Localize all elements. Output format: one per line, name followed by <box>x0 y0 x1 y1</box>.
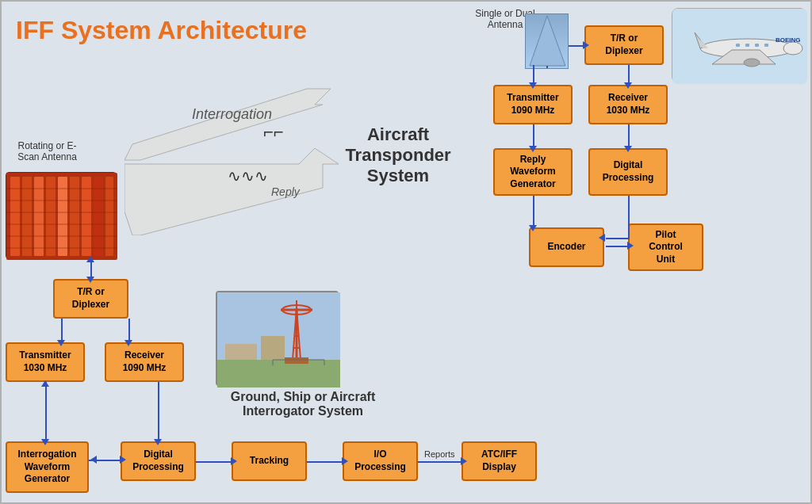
arrow-dp-enc <box>628 196 630 239</box>
svg-rect-10 <box>755 44 759 47</box>
arrowhead-tr-tx <box>529 82 537 89</box>
svg-text:Reply: Reply <box>271 185 301 198</box>
radar-tower-image <box>216 291 339 386</box>
arrowhead-rwg-enc <box>529 225 537 231</box>
reply-arrow-svg: ∿∿∿ Reply <box>124 148 347 235</box>
arrowhead-ant-tr-bot-down <box>86 277 94 283</box>
arrow-dp-enc2 <box>606 238 630 239</box>
phased-array-image <box>6 172 117 259</box>
atc-iff-display: ATC/IFFDisplay <box>462 441 537 481</box>
arrow-rwg-enc <box>533 196 534 227</box>
arrow-rx-dp <box>628 124 630 148</box>
svg-rect-33 <box>261 336 285 360</box>
main-container: IFF System Architecture Single or Dual A… <box>0 0 812 504</box>
arrowhead-rx-dp <box>624 146 632 152</box>
antenna-image <box>525 13 569 69</box>
svg-rect-43 <box>285 357 308 364</box>
arrow-tx-rwg <box>533 124 534 148</box>
digital-processing-top: DigitalProcessing <box>588 148 668 196</box>
arrowhead-ant-tr <box>583 41 589 49</box>
aircraft-image: BOEING <box>672 8 806 83</box>
svg-text:Interrogation: Interrogation <box>192 106 272 122</box>
arrowhead-io-atc <box>461 457 467 465</box>
digital-processing-bottom: DigitalProcessing <box>121 441 196 481</box>
arrowhead-ant-tr-bot-up <box>86 256 94 262</box>
svg-rect-9 <box>745 44 749 47</box>
arrowhead-tr-tx-bot <box>57 340 65 346</box>
arrow-io-atc <box>418 461 463 463</box>
aircraft-transponder-label: AircraftTransponderSystem <box>335 124 462 186</box>
interrogation-waveform-generator: InterrogationWaveformGenerator <box>6 441 89 493</box>
reports-label: Reports <box>424 449 455 459</box>
ground-ship-label: Ground, Ship or Aircraft Interrogator Sy… <box>224 390 382 418</box>
arrowhead-tr-rx <box>624 82 632 89</box>
arrowhead-enc-pcu <box>627 242 634 250</box>
svg-text:BOEING: BOEING <box>776 36 801 44</box>
arrow-ant-tr <box>569 45 584 47</box>
page-title: IFF System Architecture <box>16 16 307 45</box>
svg-rect-32 <box>225 344 257 360</box>
svg-rect-11 <box>764 44 768 47</box>
transmitter-top: Transmitter1090 MHz <box>493 85 573 124</box>
arrow-dp-tracking <box>196 461 233 463</box>
svg-rect-31 <box>217 360 340 388</box>
svg-point-7 <box>783 42 802 55</box>
arrowhead-tx-iwg-up <box>41 380 49 387</box>
rotating-antenna-label: Rotating or E-Scan Antenna <box>13 140 81 162</box>
arrowhead-iwg-dp-r <box>120 456 126 464</box>
arrowhead-rx-dp-bot <box>154 439 162 445</box>
svg-marker-0 <box>530 16 565 66</box>
svg-marker-51 <box>124 148 339 235</box>
receiver-top: Receiver1030 MHz <box>588 85 668 124</box>
pilot-control-unit: PilotControlUnit <box>628 223 703 271</box>
receiver-bottom: Receiver1090 MHz <box>105 342 184 382</box>
svg-text:⌐⌐: ⌐⌐ <box>263 122 284 142</box>
encoder: Encoder <box>529 227 604 267</box>
arrow-tr-tx-bot <box>61 319 63 342</box>
io-processing: I/OProcessing <box>343 441 418 481</box>
tr-diplexer-bottom: T/R orDiplexer <box>53 279 128 319</box>
arrow-tr-rx-bot <box>128 319 130 342</box>
arrowhead-tx-iwg <box>41 439 49 445</box>
arrowhead-tr-rx-bot <box>124 340 132 346</box>
arrow-tracking-io <box>307 461 344 463</box>
arrowhead-tracking-io <box>342 457 348 465</box>
arrow-tx-iwg <box>45 382 47 441</box>
arrowhead-tx-rwg <box>529 146 537 152</box>
arrow-enc-pcu <box>606 246 630 247</box>
tr-diplexer-top: T/R orDiplexer <box>584 25 664 65</box>
arrowhead-dp-enc <box>599 234 605 242</box>
arrowhead-iwg-dp-l <box>90 456 97 464</box>
svg-text:∿∿∿: ∿∿∿ <box>228 167 268 185</box>
svg-rect-8 <box>736 44 740 47</box>
tracking: Tracking <box>232 441 307 481</box>
transmitter-bottom: Transmitter1030 MHz <box>6 342 85 382</box>
reply-waveform-generator: ReplyWaveformGenerator <box>493 148 573 196</box>
svg-point-12 <box>744 59 760 67</box>
arrow-rx-dp-bot <box>158 382 159 441</box>
arrowhead-dp-tracking <box>231 457 237 465</box>
